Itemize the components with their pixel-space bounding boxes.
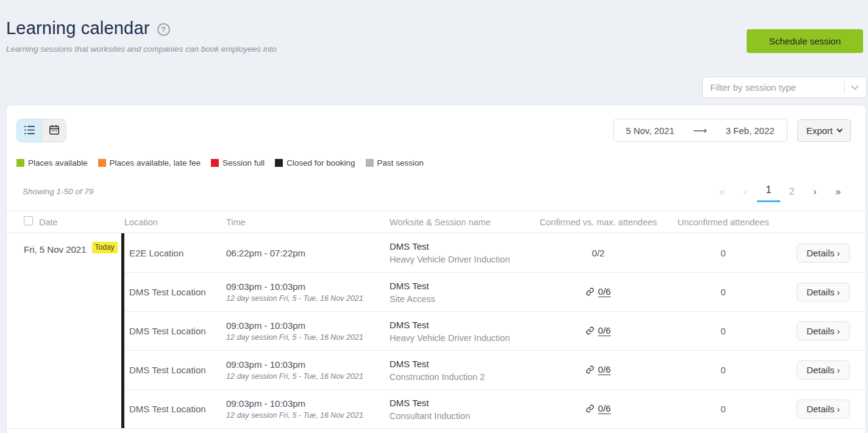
- header-date: Date: [39, 217, 58, 227]
- legend-swatch-past-session: [366, 159, 374, 167]
- unconfirmed-count: 0: [658, 326, 789, 336]
- confirmed-count-link[interactable]: 0/6: [586, 364, 611, 375]
- legend-item: Places available: [16, 158, 88, 167]
- legend-item: Session full: [211, 158, 265, 167]
- day-group: Fri, 5 Nov 2021 Today E2E Location 06:22…: [7, 233, 866, 429]
- date-range-end: 3 Feb, 2022: [726, 125, 775, 136]
- select-all-checkbox[interactable]: [24, 216, 33, 225]
- list-view-button[interactable]: [17, 119, 41, 142]
- link-icon: [586, 365, 594, 374]
- results-meta-row: Showing 1-50 of 79 « ‹ 1 2 › »: [7, 167, 866, 202]
- header-time: Time: [226, 217, 390, 227]
- day-date-cell: Fri, 5 Nov 2021 Today: [7, 233, 121, 428]
- view-toggle-group: [16, 119, 66, 143]
- session-type-filter[interactable]: Filter by session type: [702, 77, 867, 98]
- unconfirmed-count: 0: [658, 248, 789, 258]
- details-button[interactable]: Details›: [797, 283, 850, 301]
- details-button[interactable]: Details›: [797, 361, 850, 379]
- chevron-right-icon: ›: [837, 365, 840, 375]
- chevron-right-icon: ›: [837, 326, 840, 336]
- today-badge: Today: [92, 242, 118, 253]
- confirmed-count-link[interactable]: 0/6: [586, 286, 611, 297]
- legend-swatch-closed: [275, 159, 283, 167]
- header-confirmed: Confirmed vs. max. attendees: [539, 217, 658, 227]
- pagination-first[interactable]: «: [711, 183, 734, 201]
- legend-swatch-places-available: [16, 159, 24, 167]
- unconfirmed-count: 0: [658, 365, 789, 375]
- legend-item: Closed for booking: [275, 158, 355, 167]
- unconfirmed-count: 0: [658, 287, 789, 297]
- legend-swatch-session-full: [211, 159, 219, 167]
- page-subtitle: Learning sessions that worksites and com…: [6, 44, 863, 54]
- legend-item: Places available, late fee: [98, 158, 201, 167]
- confirmed-count-link[interactable]: 0/6: [586, 325, 611, 336]
- chevron-right-icon: ›: [837, 404, 840, 414]
- unconfirmed-count: 0: [658, 404, 789, 414]
- calendar-panel: 5 Nov, 2021 ⟶ 3 Feb, 2022 Export Places …: [6, 105, 866, 433]
- schedule-session-button[interactable]: Schedule session: [747, 29, 863, 53]
- export-label: Export: [806, 125, 833, 136]
- session-row: DMS Test Location 09:03pm - 10:03pm 12 d…: [124, 311, 866, 350]
- details-button[interactable]: Details›: [797, 244, 850, 262]
- chevron-down-icon: [851, 82, 859, 90]
- status-legend: Places available Places available, late …: [7, 143, 866, 167]
- date-range-picker[interactable]: 5 Nov, 2021 ⟶ 3 Feb, 2022: [613, 119, 788, 142]
- pagination-page-2[interactable]: 2: [780, 183, 803, 201]
- sessions-table: Date Location Time Worksite & Session na…: [7, 211, 866, 429]
- legend-swatch-late-fee: [98, 159, 106, 167]
- filter-placeholder: Filter by session type: [703, 82, 844, 93]
- pagination-prev[interactable]: ‹: [734, 183, 757, 201]
- calendar-view-button[interactable]: [41, 119, 66, 142]
- toolbar: 5 Nov, 2021 ⟶ 3 Feb, 2022 Export: [7, 119, 866, 143]
- chevron-right-icon: ›: [837, 287, 840, 297]
- link-icon: [586, 287, 594, 296]
- export-button[interactable]: Export: [797, 119, 851, 142]
- chevron-down-icon: [837, 127, 843, 133]
- details-button[interactable]: Details›: [797, 322, 850, 340]
- results-count: Showing 1-50 of 79: [23, 187, 93, 196]
- pagination: « ‹ 1 2 › »: [711, 181, 850, 202]
- pagination-next[interactable]: ›: [803, 183, 827, 201]
- session-row: DMS Test Location 09:03pm - 10:03pm 12 d…: [124, 272, 866, 311]
- confirmed-count: 0/2: [539, 248, 658, 258]
- session-row: DMS Test Location 09:03pm - 10:03pm 12 d…: [124, 350, 866, 389]
- confirmed-count-link[interactable]: 0/6: [586, 403, 611, 414]
- date-range-start: 5 Nov, 2021: [626, 125, 675, 136]
- arrow-right-icon: ⟶: [693, 125, 707, 136]
- page-header: Learning calendar ? Learning sessions th…: [0, 0, 868, 105]
- filter-divider: [844, 82, 845, 94]
- header-worksite: Worksite & Session name: [390, 217, 539, 227]
- link-icon: [586, 326, 594, 335]
- pagination-page-1[interactable]: 1: [757, 181, 780, 202]
- chevron-right-icon: ›: [837, 248, 840, 258]
- day-date: Fri, 5 Nov 2021: [24, 244, 87, 255]
- list-icon: [24, 125, 35, 136]
- session-row: DMS Test Location 09:03pm - 10:03pm 12 d…: [124, 389, 866, 428]
- legend-item: Past session: [366, 158, 424, 167]
- session-row: E2E Location 06:22pm - 07:22pm DMS Test …: [124, 233, 866, 272]
- table-header-row: Date Location Time Worksite & Session na…: [7, 211, 866, 233]
- help-icon[interactable]: ?: [157, 23, 170, 36]
- calendar-icon: [49, 125, 59, 136]
- header-location: Location: [124, 217, 226, 227]
- pagination-last[interactable]: »: [827, 183, 850, 201]
- link-icon: [586, 404, 594, 413]
- header-unconfirmed: Unconfirmed attendees: [658, 217, 789, 227]
- page-title: Learning calendar: [6, 18, 150, 38]
- details-button[interactable]: Details›: [797, 400, 850, 418]
